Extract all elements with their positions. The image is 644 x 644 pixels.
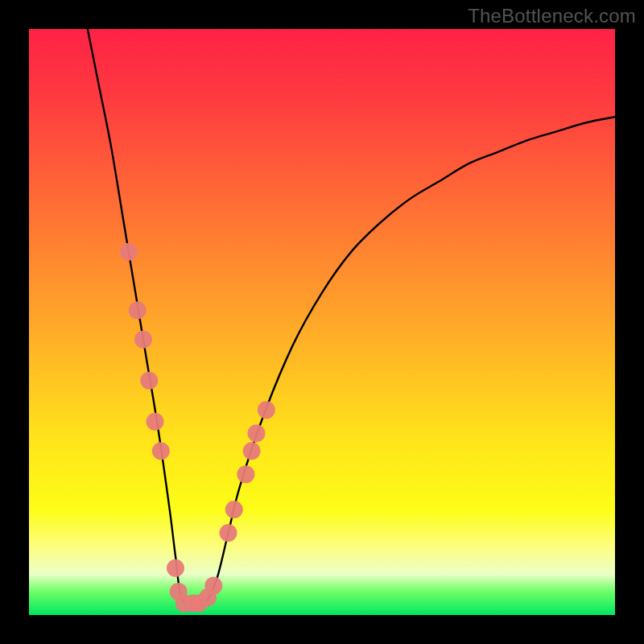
- marker-point: [140, 372, 158, 390]
- marker-point: [247, 424, 265, 442]
- marker-point: [220, 524, 237, 542]
- marker-point: [167, 559, 184, 577]
- marker-point: [225, 501, 243, 518]
- bottleneck-curve: [88, 29, 615, 605]
- watermark-text: TheBottleneck.com: [468, 5, 636, 27]
- marker-point: [129, 301, 147, 319]
- highlighted-points: [120, 243, 275, 613]
- chart-frame: TheBottleneck.com: [0, 0, 644, 644]
- marker-point: [134, 331, 152, 349]
- marker-point: [243, 442, 261, 460]
- marker-point: [147, 413, 164, 431]
- marker-point: [152, 442, 170, 460]
- marker-point: [237, 465, 254, 483]
- marker-point: [120, 243, 138, 261]
- marker-point: [204, 577, 222, 595]
- bottleneck-curve-svg: [29, 29, 615, 615]
- plot-area: [29, 29, 615, 615]
- marker-point: [258, 401, 275, 419]
- curve-group: [88, 29, 615, 605]
